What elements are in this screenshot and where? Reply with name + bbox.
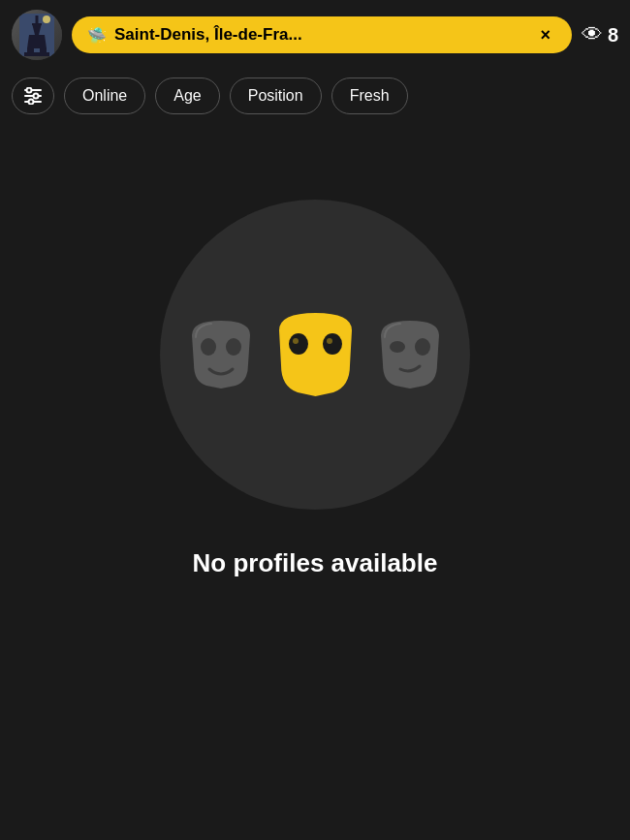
svg-point-16 bbox=[201, 338, 216, 356]
location-pill[interactable]: 🛸 Saint-Denis, Île-de-Fra... × bbox=[72, 16, 572, 53]
mask-left bbox=[182, 316, 260, 393]
svg-point-23 bbox=[415, 338, 430, 356]
svg-marker-5 bbox=[27, 35, 47, 48]
svg-point-19 bbox=[323, 333, 342, 355]
avatar[interactable] bbox=[12, 10, 62, 60]
mask-center bbox=[269, 309, 362, 401]
svg-point-21 bbox=[327, 338, 332, 344]
filter-chip-position[interactable]: Position bbox=[230, 78, 322, 114]
top-bar: 🛸 Saint-Denis, Île-de-Fra... × 👁 8 bbox=[0, 0, 630, 70]
views-badge[interactable]: 👁 8 bbox=[582, 22, 618, 47]
svg-point-17 bbox=[226, 338, 241, 356]
filter-chip-age[interactable]: Age bbox=[155, 78, 219, 114]
svg-point-22 bbox=[390, 341, 405, 353]
svg-point-20 bbox=[293, 338, 299, 344]
svg-rect-1 bbox=[36, 16, 39, 23]
avatar-image bbox=[19, 14, 54, 56]
no-profiles-message: No profiles available bbox=[193, 548, 438, 578]
location-icon: 🛸 bbox=[87, 26, 107, 45]
svg-point-13 bbox=[27, 88, 32, 93]
svg-rect-8 bbox=[24, 52, 49, 56]
filter-bar: Online Age Position Fresh bbox=[0, 70, 630, 122]
close-location-button[interactable]: × bbox=[535, 24, 556, 46]
filter-chip-online[interactable]: Online bbox=[64, 78, 145, 114]
filter-chip-fresh[interactable]: Fresh bbox=[331, 78, 408, 114]
views-count: 8 bbox=[608, 24, 618, 47]
mask-right bbox=[371, 316, 449, 393]
location-text: Saint-Denis, Île-de-Fra... bbox=[114, 25, 527, 45]
masks-circle bbox=[160, 200, 470, 510]
svg-point-18 bbox=[289, 333, 308, 355]
svg-point-15 bbox=[29, 100, 34, 105]
filter-tune-button[interactable] bbox=[12, 78, 54, 114]
masks-group bbox=[182, 309, 449, 401]
eye-icon: 👁 bbox=[582, 22, 603, 47]
sliders-icon bbox=[23, 87, 43, 105]
svg-point-14 bbox=[34, 94, 39, 99]
close-icon: × bbox=[541, 26, 551, 44]
svg-point-9 bbox=[43, 16, 50, 23]
empty-state-container: No profiles available bbox=[0, 122, 630, 578]
